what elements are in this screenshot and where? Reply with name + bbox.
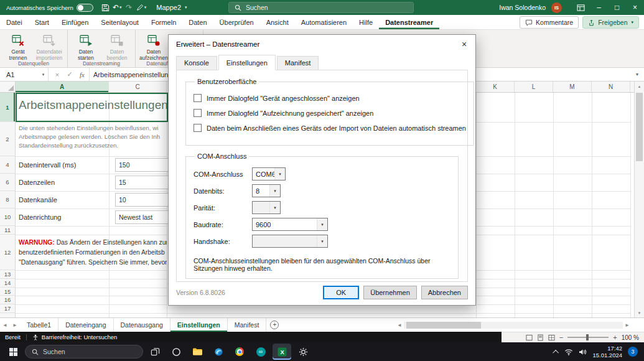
cancel-entry-icon[interactable]: × — [51, 68, 63, 81]
minimize-button[interactable]: – — [590, 0, 608, 15]
volume-icon[interactable] — [579, 349, 587, 355]
ribbon-display-icon[interactable] — [572, 0, 590, 15]
zoom-out-icon[interactable]: − — [559, 334, 563, 340]
ribbon-tab-ansicht[interactable]: Ansicht — [260, 15, 295, 29]
start-button[interactable] — [4, 344, 22, 360]
row-header-14[interactable]: 14 — [0, 279, 15, 288]
column-header-l[interactable]: L — [515, 82, 553, 92]
geraet-trennen-button[interactable]: Gerät trennen — [3, 32, 33, 59]
edge-icon[interactable] — [209, 344, 228, 360]
new-sheet-button[interactable]: + — [266, 318, 282, 332]
column-header-n[interactable]: N — [592, 82, 630, 92]
ribbon-tab-formeln[interactable]: Formeln — [145, 15, 182, 29]
maximize-button[interactable]: □ — [608, 0, 626, 15]
daten-beenden-button[interactable]: Daten beenden — [102, 32, 132, 59]
name-box[interactable]: A1 — [0, 68, 39, 81]
comments-button[interactable]: Kommentare — [520, 16, 579, 29]
horizontal-scroll-track[interactable] — [404, 322, 623, 329]
sheet-nav-left-icon[interactable]: ◄ — [0, 318, 10, 332]
zoom-slider-thumb[interactable] — [586, 334, 589, 340]
search-box[interactable]: Suchen — [228, 2, 414, 13]
ribbon-tab-automatisieren[interactable]: Automatisieren — [295, 15, 353, 29]
formula-bar-expand-icon[interactable]: ▾ — [630, 68, 644, 81]
copilot-icon[interactable] — [167, 344, 185, 360]
datenbits-combo[interactable]: 8▾ — [252, 184, 281, 197]
avatar[interactable]: IS — [551, 2, 562, 13]
normal-view-icon[interactable] — [526, 334, 533, 341]
paritaet-combo[interactable]: ▾ — [252, 201, 281, 214]
row-header-17[interactable]: 17 — [0, 304, 15, 313]
file-explorer-icon[interactable] — [188, 344, 207, 360]
row-header-13[interactable]: 13 — [0, 270, 15, 279]
row-header-2[interactable]: 2 — [0, 122, 15, 156]
column-header-c[interactable]: C — [109, 82, 167, 92]
setting-value-datenzeilen[interactable]: 15 — [115, 176, 169, 189]
ribbon-tab-ueberpruefen[interactable]: Überprüfen — [213, 15, 260, 29]
setting-value-datenintervall-ms[interactable]: 150 — [115, 158, 169, 172]
chrome-icon[interactable] — [230, 344, 249, 360]
page-layout-view-icon[interactable] — [537, 334, 544, 341]
row-header-8[interactable]: 8 — [0, 191, 15, 209]
row-header-16[interactable]: 16 — [0, 296, 15, 304]
row-header-10[interactable]: 10 — [0, 209, 15, 226]
ribbon-tab-start[interactable]: Start — [29, 15, 55, 29]
dialog-tab-manifest[interactable]: Manifest — [277, 56, 319, 70]
checkbox-3[interactable] — [194, 124, 202, 132]
sheet-tab-datenausgang[interactable]: Datenausgang — [114, 318, 170, 332]
row-header-4[interactable]: 4 — [0, 156, 15, 174]
insert-function-icon[interactable]: fx — [76, 68, 88, 81]
daten-starten-button[interactable]: Daten starten — [71, 32, 101, 59]
excel-icon[interactable]: X — [273, 344, 291, 360]
autosave-toggle[interactable] — [77, 4, 93, 12]
ribbon-tab-hilfe[interactable]: Hilfe — [353, 15, 379, 29]
ribbon-tab-einfuegen[interactable]: Einfügen — [55, 15, 95, 29]
dialog-tab-einstellungen[interactable]: Einstellungen — [218, 55, 276, 70]
zoom-in-icon[interactable]: + — [613, 334, 617, 340]
close-button[interactable]: × — [626, 0, 644, 15]
vertical-scroll-thumb[interactable] — [636, 93, 643, 161]
zoom-slider[interactable] — [567, 337, 609, 338]
row-header-15[interactable]: 15 — [0, 288, 15, 296]
task-view-icon[interactable] — [146, 344, 164, 360]
sheet-tab-tabelle1[interactable]: Tabelle1 — [20, 318, 58, 332]
setting-label-datenzeilen[interactable]: Datenzeilen — [19, 174, 112, 191]
horizontal-scrollbar[interactable]: ◄ ► — [395, 321, 632, 329]
datendatei-importieren-button[interactable]: Datendatei importieren — [34, 32, 64, 59]
wifi-icon[interactable] — [564, 349, 573, 355]
abbrechen-button[interactable]: Abbrechen — [421, 286, 468, 299]
handshake-combo[interactable]: ▾ — [252, 235, 328, 248]
accessibility-status[interactable]: Barrierefreiheit: Untersuchen — [42, 334, 117, 340]
ok-button[interactable]: OK — [323, 286, 359, 299]
select-all-corner[interactable] — [0, 82, 16, 92]
ribbon-tab-datei[interactable]: Datei — [0, 15, 29, 29]
ribbon-tab-datenstreamer[interactable]: Datenstreamer — [379, 15, 439, 29]
user-name[interactable]: Iwan Solodenko — [499, 4, 546, 11]
setting-label-datenintervall-ms[interactable]: Datenintervall (ms) — [19, 156, 112, 174]
pen-mode-icon[interactable]: ▾ — [135, 1, 148, 14]
settings-gear-icon[interactable] — [294, 344, 312, 360]
com-anschluss-combo[interactable]: COM6▾ — [252, 167, 286, 180]
vertical-scrollbar[interactable]: ▴ ▾ — [634, 82, 644, 317]
zoom-level[interactable]: 100 % — [622, 334, 639, 341]
column-header-a[interactable]: A — [16, 82, 109, 92]
setting-label-datenrichtung[interactable]: Datenrichtung — [19, 209, 112, 226]
workbook-title[interactable]: Mappe2 ▾ — [156, 4, 187, 11]
setting-value-datenkanaele[interactable]: 10 — [115, 193, 169, 207]
notification-badge[interactable]: 3 — [628, 347, 638, 357]
dialog-title-bar[interactable]: Erweitert – Datenstreamer × — [169, 35, 475, 54]
taskbar-search[interactable]: Suchen — [25, 345, 143, 359]
scroll-right-icon[interactable]: ► — [623, 322, 632, 328]
scroll-left-icon[interactable]: ◄ — [395, 322, 404, 328]
column-header-m[interactable]: M — [553, 82, 592, 92]
name-box-dropdown-icon[interactable]: ▾ — [39, 68, 49, 81]
dialog-tab-konsole[interactable]: Konsole — [176, 56, 217, 70]
undo-icon[interactable]: ↶▾ — [111, 1, 123, 14]
sheet-nav-right-icon[interactable]: ► — [10, 318, 20, 332]
ribbon-tab-daten[interactable]: Daten — [182, 15, 213, 29]
checkbox-1[interactable] — [194, 94, 202, 102]
row-header-12[interactable]: 12 — [0, 235, 15, 270]
row-header-6[interactable]: 6 — [0, 174, 15, 191]
sheet-tab-manifest[interactable]: Manifest — [228, 318, 267, 332]
setting-value-datenrichtung[interactable]: Newest last — [115, 210, 169, 224]
ribbon-tab-seitenlayout[interactable]: Seitenlayout — [95, 15, 145, 29]
